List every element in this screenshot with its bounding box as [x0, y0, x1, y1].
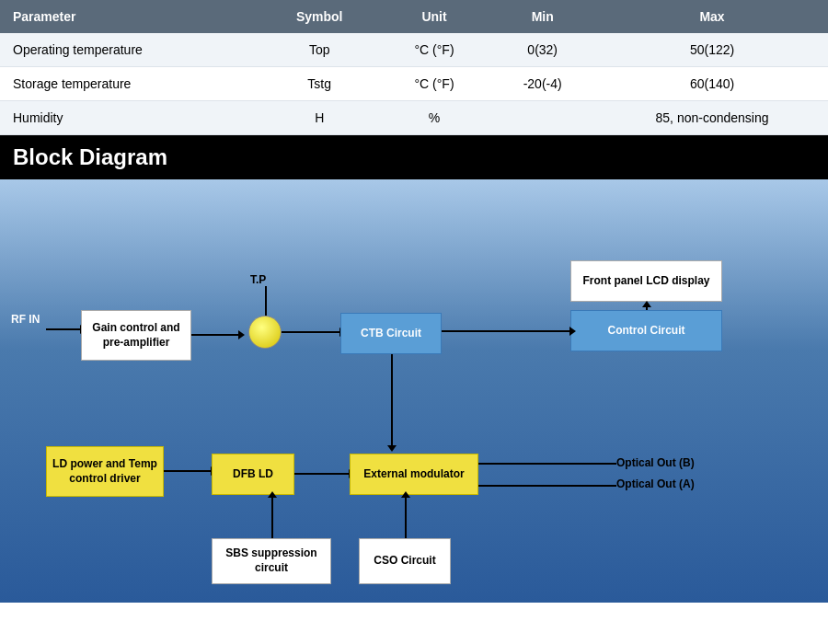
cell-unit-2: % — [380, 101, 489, 135]
arrow-gain-tp — [191, 334, 239, 336]
col-header-min: Min — [489, 0, 596, 33]
arrow-ld-dfb — [164, 470, 212, 472]
box-ctb-circuit: CTB Circuit — [340, 313, 442, 354]
cell-min-2 — [489, 101, 596, 135]
table-section: Parameter Symbol Unit Min Max Operating … — [0, 0, 828, 135]
arrow-cso-extmod — [405, 497, 407, 538]
box-gain-control: Gain control and pre-amplifier — [81, 310, 191, 361]
cell-parameter-0: Operating temperature — [0, 33, 259, 67]
arrow-tp-ctb — [282, 331, 340, 333]
block-diagram-section: Block Diagram RF IN Gain control and pre… — [0, 135, 828, 603]
col-header-max: Max — [596, 0, 828, 33]
cell-symbol-1: Tstg — [259, 67, 380, 101]
tp-circle — [248, 316, 282, 349]
cell-parameter-2: Humidity — [0, 101, 259, 135]
optical-out-a-label: Optical Out (A) — [616, 476, 736, 490]
table-row: Humidity H % 85, non-condensing — [0, 101, 828, 135]
box-external-modulator: External modulator — [350, 454, 478, 495]
cell-max-1: 60(140) — [596, 67, 828, 101]
col-header-unit: Unit — [380, 0, 489, 33]
arrow-rfin-gain — [46, 328, 81, 330]
diagram-area: RF IN Gain control and pre-amplifier T.P… — [0, 179, 828, 603]
box-front-panel: Front panel LCD display — [570, 260, 722, 302]
block-diagram-title: Block Diagram — [0, 135, 828, 179]
table-row: Storage temperature Tstg °C (°F) -20(-4)… — [0, 67, 828, 101]
cell-symbol-0: Top — [259, 33, 380, 67]
tp-label: T.P — [250, 273, 266, 286]
rf-in-label: RF IN — [11, 313, 40, 326]
box-control-circuit: Control Circuit — [570, 310, 722, 351]
cell-parameter-1: Storage temperature — [0, 67, 259, 101]
optical-line-a — [478, 485, 616, 487]
col-header-symbol: Symbol — [259, 0, 380, 33]
cell-min-1: -20(-4) — [489, 67, 596, 101]
tp-line-down — [265, 286, 267, 316]
arrow-ctb-down — [391, 354, 393, 446]
cell-unit-0: °C (°F) — [380, 33, 489, 67]
box-ld-power: LD power and Temp control driver — [46, 446, 164, 497]
cell-unit-1: °C (°F) — [380, 67, 489, 101]
arrow-dfb-extmod — [294, 473, 350, 475]
arrow-ctb-control — [442, 330, 570, 332]
col-header-parameter: Parameter — [0, 0, 259, 33]
optical-line-b — [478, 463, 616, 465]
cell-min-0: 0(32) — [489, 33, 596, 67]
box-dfb-ld: DFB LD — [212, 454, 294, 495]
optical-out-b-label: Optical Out (B) — [616, 454, 736, 472]
cell-symbol-2: H — [259, 101, 380, 135]
cell-max-0: 50(122) — [596, 33, 828, 67]
box-cso: CSO Circuit — [359, 538, 451, 584]
table-row: Operating temperature Top °C (°F) 0(32) … — [0, 33, 828, 67]
cell-max-2: 85, non-condensing — [596, 101, 828, 135]
parameters-table: Parameter Symbol Unit Min Max Operating … — [0, 0, 828, 135]
arrow-sbs-extmod — [271, 497, 273, 538]
box-sbs: SBS suppression circuit — [212, 538, 331, 584]
